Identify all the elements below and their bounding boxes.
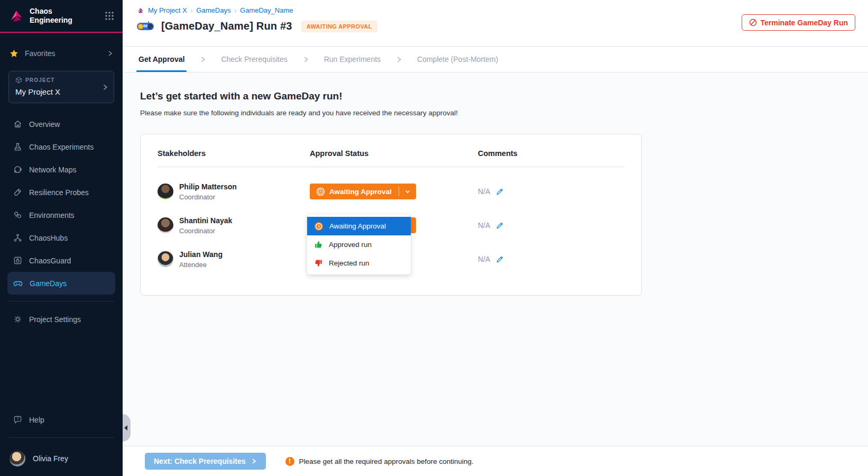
chevron-right-icon: [251, 458, 257, 464]
stakeholder-avatar: [158, 251, 173, 267]
favorites-row[interactable]: Favorites: [0, 44, 123, 62]
user-name: Olivia Frey: [33, 454, 68, 463]
user-avatar: [10, 451, 25, 466]
main-area: My Project X › GameDays › GameDay_Name […: [123, 0, 868, 476]
comment-cell: N/A: [478, 255, 624, 263]
thumbs-up-icon: [314, 240, 323, 249]
page-header: My Project X › GameDays › GameDay_Name […: [123, 0, 868, 47]
star-icon: [10, 49, 19, 58]
edit-comment-icon[interactable]: [496, 188, 504, 196]
tab-check-prerequisites[interactable]: Check Prerequisites: [219, 47, 289, 72]
sidebar-nav: Overview Chaos Experiments Network Maps …: [0, 113, 123, 295]
sidebar-item-help[interactable]: ? Help: [7, 408, 115, 431]
step-chevron-icon: [395, 47, 402, 72]
comment-cell: N/A: [478, 221, 624, 230]
project-selector[interactable]: PROJECT My Project X: [8, 71, 114, 103]
breadcrumb-logo-icon: [136, 6, 144, 14]
help-chat-icon: ?: [13, 415, 22, 424]
comment-value: N/A: [478, 255, 490, 263]
breadcrumb-link-gameday-name[interactable]: GameDay_Name: [240, 6, 293, 14]
awaiting-clock-icon: [316, 187, 325, 196]
chevron-right-icon: [101, 84, 108, 90]
project-label: PROJECT: [25, 77, 55, 83]
menu-item-rejected-run[interactable]: Rejected run: [307, 254, 411, 272]
sidebar-item-environments[interactable]: Environments: [7, 204, 115, 226]
user-profile[interactable]: Olivia Frey: [0, 444, 123, 476]
stakeholder-name: Julian Wang: [179, 250, 223, 259]
sidebar-item-overview[interactable]: Overview: [7, 113, 115, 135]
stakeholder-role: Coordinator: [179, 227, 232, 235]
step-tabs: Get Approval Check Prerequisites Run Exp…: [123, 47, 868, 72]
network-map-icon: [13, 165, 22, 174]
cube-icon: [15, 77, 22, 84]
warning-icon: !: [285, 457, 294, 466]
menu-item-awaiting-approval[interactable]: Awaiting Approval: [307, 217, 411, 235]
sidebar-item-chaosguard[interactable]: ChaosGuard: [7, 249, 115, 272]
stakeholder-name: Shantini Nayak: [179, 216, 232, 225]
column-stakeholders: Stakeholders: [158, 149, 310, 158]
sidebar-item-project-settings[interactable]: Project Settings: [7, 308, 115, 331]
breadcrumb-separator: ›: [191, 7, 193, 14]
svg-text:?: ?: [16, 416, 19, 421]
sidebar-item-network-maps[interactable]: Network Maps: [7, 158, 115, 181]
content-subheading: Please make sure the following individua…: [140, 109, 868, 117]
breadcrumb-link-gamedays[interactable]: GameDays: [196, 6, 230, 14]
table-row: Philip Matterson Coordinator: [158, 175, 624, 208]
warning-text: Please get all the required approvals be…: [299, 457, 474, 465]
comment-value: N/A: [478, 187, 490, 196]
stakeholders-card: Stakeholders Approval Status Comments Ph…: [140, 134, 642, 296]
chevron-down-icon: [399, 184, 416, 199]
sidebar-item-gamedays[interactable]: GameDays: [7, 272, 115, 295]
hub-icon: [13, 233, 22, 242]
stakeholder-name: Philip Matterson: [179, 182, 237, 191]
stakeholder-role: Coordinator: [179, 193, 237, 201]
table-header: Stakeholders Approval Status Comments: [158, 149, 624, 167]
brand-header: Chaos Engineering: [0, 0, 123, 33]
awaiting-clock-icon: [314, 222, 324, 231]
sidebar-item-resilience-probes[interactable]: Resilience Probes: [7, 181, 115, 204]
breadcrumb: My Project X › GameDays › GameDay_Name: [136, 6, 855, 14]
gameday-gamepad-icon: [136, 21, 154, 32]
probe-icon: [13, 188, 22, 197]
comment-value: N/A: [478, 221, 490, 230]
stakeholder-cell: Shantini Nayak Coordinator: [158, 216, 310, 235]
shield-lock-icon: [13, 256, 22, 265]
environments-icon: [13, 210, 22, 219]
sidebar-divider: [8, 301, 114, 301]
terminate-gameday-button[interactable]: Terminate GameDay Run: [742, 14, 855, 31]
edit-comment-icon[interactable]: [496, 222, 504, 230]
stakeholder-role: Attendee: [179, 261, 223, 269]
tab-run-experiments[interactable]: Run Experiments: [322, 47, 383, 72]
chaos-logo-icon: [8, 8, 24, 24]
gear-icon: [13, 315, 22, 324]
breadcrumb-link-project[interactable]: My Project X: [148, 6, 187, 14]
step-chevron-icon: [199, 47, 206, 72]
menu-item-approved-run[interactable]: Approved run: [307, 235, 411, 254]
page-title: [GameDay_Name] Run #3: [161, 20, 292, 32]
approval-warning: ! Please get all the required approvals …: [285, 457, 474, 466]
footer-bar: Next: Check Prerequisites ! Please get a…: [123, 446, 868, 476]
sidebar-item-chaoshubs[interactable]: ChaosHubs: [7, 226, 115, 249]
prohibit-icon: [749, 19, 757, 26]
next-check-prerequisites-button[interactable]: Next: Check Prerequisites: [145, 453, 266, 470]
app-grid-icon[interactable]: [105, 11, 114, 21]
home-icon: [13, 120, 22, 129]
chevron-right-icon: [107, 50, 113, 57]
project-name: My Project X: [15, 87, 100, 96]
thumbs-down-icon: [314, 259, 323, 268]
approval-status-dropdown-button[interactable]: Awaiting Approval: [310, 184, 416, 199]
sidebar-collapse-handle[interactable]: [123, 414, 131, 442]
sidebar-item-chaos-experiments[interactable]: Chaos Experiments: [7, 135, 115, 158]
tab-get-approval[interactable]: Get Approval: [136, 47, 187, 72]
edit-comment-icon[interactable]: [496, 255, 504, 263]
content-area: Let’s get started with a new GameDay run…: [123, 72, 868, 446]
column-approval-status: Approval Status: [310, 149, 478, 158]
gamepad-icon: [13, 279, 23, 288]
sidebar: Chaos Engineering Favorites PROJECT My P…: [0, 0, 123, 476]
step-chevron-icon: [302, 47, 309, 72]
status-badge: AWAITING APPROVAL: [301, 21, 377, 32]
tab-complete-post-mortem[interactable]: Complete (Post-Mortem): [415, 47, 500, 72]
stakeholder-avatar: [158, 184, 173, 199]
column-comments: Comments: [478, 149, 624, 158]
breadcrumb-separator: ›: [234, 7, 236, 14]
